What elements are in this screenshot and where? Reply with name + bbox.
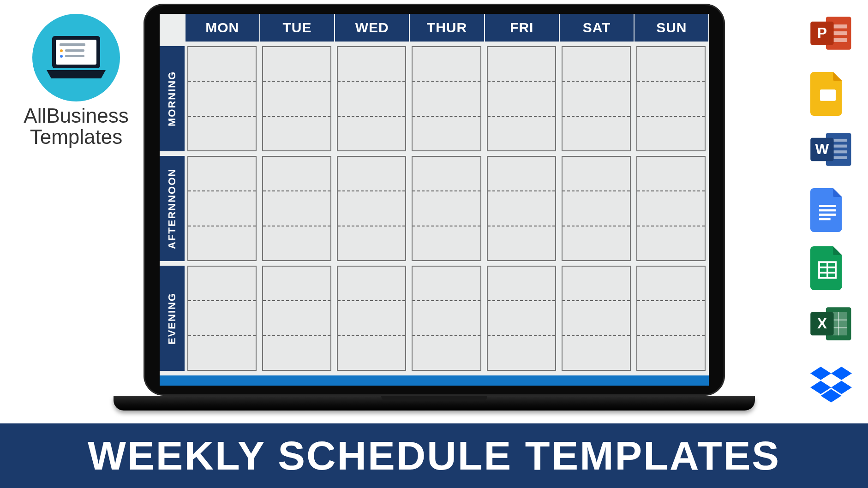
schedule-slot <box>488 267 555 301</box>
schedule-footer-bar <box>160 375 709 386</box>
day-header: TUE <box>259 14 334 42</box>
schedule-slot <box>413 117 480 150</box>
brand-line2: Templates <box>30 125 123 148</box>
schedule-slot <box>563 47 630 82</box>
schedule-slot <box>637 47 705 82</box>
schedule-slot <box>413 226 480 260</box>
schedule-slot <box>488 336 555 370</box>
schedule-slot <box>637 191 705 226</box>
period-row: EVENING <box>160 266 709 371</box>
schedule-slot <box>338 226 405 260</box>
svg-rect-22 <box>819 209 836 212</box>
schedule-cell <box>412 266 481 371</box>
schedule-slot <box>263 157 330 191</box>
banner-title: WEEKLY SCHEDULE TEMPLATES <box>88 432 780 479</box>
schedule-slot <box>488 301 555 336</box>
laptop-base <box>114 396 755 411</box>
schedule-cell <box>187 46 257 151</box>
schedule-slot <box>563 336 630 370</box>
schedule-slot <box>188 226 256 260</box>
schedule-cell <box>562 46 631 151</box>
schedule-slot <box>188 267 256 301</box>
schedule-slot <box>188 336 256 370</box>
schedule-slot <box>338 157 405 191</box>
google-slides-icon <box>810 72 852 113</box>
schedule-slot <box>563 117 630 150</box>
schedule-corner <box>160 14 185 42</box>
schedule-slot <box>263 117 330 150</box>
schedule-slot <box>488 157 555 191</box>
period-label: EVENING <box>160 266 185 371</box>
svg-point-5 <box>60 55 63 58</box>
schedule-slot <box>413 47 480 82</box>
schedule-cell <box>187 156 257 261</box>
svg-point-3 <box>60 49 63 52</box>
schedule-slot <box>563 82 630 116</box>
schedule-slot <box>263 226 330 260</box>
schedule-slot <box>263 82 330 116</box>
schedule-slot <box>263 191 330 226</box>
schedule-header: MON TUE WED THUR FRI SAT SUN <box>160 14 709 42</box>
schedule-slot <box>188 157 256 191</box>
schedule-slot <box>263 267 330 301</box>
svg-rect-23 <box>819 214 836 216</box>
schedule-slot <box>188 301 256 336</box>
schedule-slot <box>338 336 405 370</box>
schedule-slot <box>413 267 480 301</box>
schedule-slot <box>637 267 705 301</box>
schedule-cell <box>412 156 481 261</box>
schedule-slot <box>637 117 705 150</box>
schedule-cell <box>337 266 406 371</box>
powerpoint-icon: P <box>810 14 852 55</box>
schedule-cell <box>487 266 556 371</box>
schedule-slot <box>338 47 405 82</box>
schedule-slot <box>188 191 256 226</box>
period-label: MORNING <box>160 46 185 151</box>
schedule-cell <box>262 156 331 261</box>
schedule-slot <box>263 336 330 370</box>
schedule-slot <box>188 47 256 82</box>
schedule-cell <box>337 156 406 261</box>
schedule-slot <box>413 82 480 116</box>
brand-line1: AllBusiness <box>24 104 128 127</box>
schedule-slot <box>563 157 630 191</box>
period-label: AFTERNNOON <box>160 156 185 261</box>
schedule-slot <box>413 301 480 336</box>
svg-rect-6 <box>65 55 84 57</box>
dropbox-icon <box>810 363 852 404</box>
schedule-cell <box>412 46 481 151</box>
schedule-slot <box>563 191 630 226</box>
schedule-cell <box>487 46 556 151</box>
schedule-cell <box>187 266 257 371</box>
schedule-slot <box>188 117 256 150</box>
schedule-slot <box>338 82 405 116</box>
schedule-slot <box>263 301 330 336</box>
schedule-slot <box>338 117 405 150</box>
google-sheets-icon <box>810 246 852 288</box>
schedule-cell <box>636 266 706 371</box>
schedule-cell <box>636 46 706 151</box>
schedule-slot <box>338 267 405 301</box>
svg-rect-4 <box>65 49 84 52</box>
svg-marker-36 <box>810 367 831 380</box>
schedule-slot <box>637 82 705 116</box>
schedule-slot <box>338 191 405 226</box>
schedule-slot <box>413 157 480 191</box>
svg-text:X: X <box>817 315 827 332</box>
schedule-slot <box>563 267 630 301</box>
schedule-cell <box>262 266 331 371</box>
google-docs-icon <box>810 188 852 230</box>
word-icon: W <box>810 130 852 172</box>
day-header: SAT <box>559 14 634 42</box>
app-icons-column: P W X <box>808 14 854 404</box>
laptop-bezel: MON TUE WED THUR FRI SAT SUN MORNINGAFTE… <box>144 4 725 396</box>
svg-rect-21 <box>819 205 836 207</box>
laptop-device: MON TUE WED THUR FRI SAT SUN MORNINGAFTE… <box>144 4 725 411</box>
bottom-banner: WEEKLY SCHEDULE TEMPLATES <box>0 423 868 488</box>
schedule-slot <box>188 82 256 116</box>
day-header: FRI <box>484 14 559 42</box>
schedule-slot <box>637 157 705 191</box>
schedule-slot <box>488 47 555 82</box>
period-row: AFTERNNOON <box>160 156 709 261</box>
day-header: MON <box>185 14 259 42</box>
